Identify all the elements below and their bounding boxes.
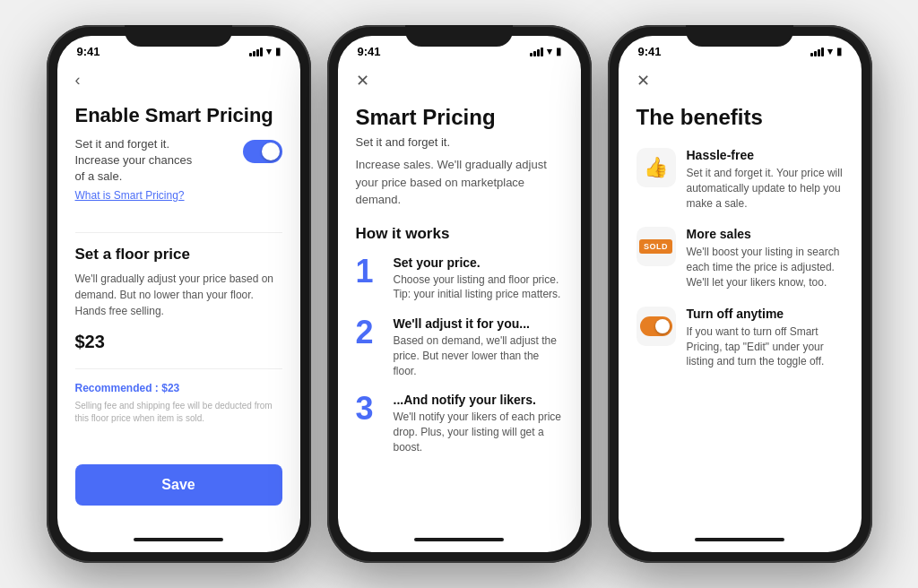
back-button-1[interactable]: ‹ [75, 71, 81, 90]
step-body-3: We'll notify your likers of each price d… [394, 410, 563, 454]
signal-icon-1 [249, 48, 263, 56]
signal-icon-2 [530, 48, 543, 56]
home-bar-3 [695, 538, 784, 541]
home-bar-1 [134, 538, 223, 541]
recommended-text: Recommended : $23 [75, 382, 282, 394]
benefit-body-2: We'll boost your listing in search each … [687, 245, 844, 290]
benefit-title-3: Turn off anytime [687, 307, 844, 321]
battery-icon-2: ▮ [556, 46, 561, 57]
screen-2: 9:41 ▾ ▮ ✕ Smart Pricing Set i [338, 36, 581, 552]
nav-row-1: ‹ [75, 71, 282, 90]
phone-1: 9:41 ▾ ▮ ‹ Enable Smart Pricing [47, 25, 311, 563]
home-bar-area-3 [619, 523, 862, 552]
floor-price-title: Set a floor price [75, 246, 282, 264]
phone-2: 9:41 ▾ ▮ ✕ Smart Pricing Set i [327, 25, 592, 563]
step-title-2: We'll adjust it for you... [394, 316, 563, 331]
step-body-1: Choose your listing and floor price. Tip… [394, 272, 563, 303]
benefit-body-3: If you want to turn off Smart Pricing, t… [687, 324, 844, 369]
floor-price-body: We'll gradually adjust your price based … [75, 271, 282, 319]
toggle-icon-wrap [637, 307, 676, 346]
sold-badge: SOLD [639, 239, 672, 254]
step-3: 3 ...And notify your likers. We'll notif… [356, 393, 563, 454]
save-button[interactable]: Save [75, 464, 282, 506]
nav-row-3: ✕ [637, 71, 844, 91]
phones-container: 9:41 ▾ ▮ ‹ Enable Smart Pricing [47, 25, 872, 563]
p3-title: The benefits [637, 105, 844, 130]
time-1: 9:41 [77, 45, 100, 58]
p2-subtitle: Set it and forget it. [356, 135, 563, 149]
home-bar-area-1 [57, 523, 300, 552]
smart-pricing-link[interactable]: What is Smart Pricing? [75, 189, 198, 202]
divider-1 [75, 232, 282, 233]
home-bar-area-2 [338, 523, 581, 552]
notch-1 [125, 25, 232, 47]
step-2: 2 We'll adjust it for you... Based on de… [356, 316, 563, 378]
benefit-item-3: Turn off anytime If you want to turn off… [637, 307, 844, 369]
time-2: 9:41 [358, 45, 381, 58]
p2-body: Increase sales. We'll gradually adjust y… [356, 156, 563, 209]
step-title-3: ...And notify your likers. [394, 393, 563, 407]
notch-3 [686, 25, 793, 47]
benefit-title-1: Hassle-free [687, 148, 844, 162]
p1-subtitle: Set it and forget it.Increase your chanc… [75, 136, 198, 186]
battery-icon-1: ▮ [275, 46, 281, 57]
toggle-1[interactable] [243, 140, 282, 163]
price-field[interactable]: $23 [75, 332, 282, 352]
home-bar-2 [414, 538, 504, 541]
divider-2 [75, 368, 282, 369]
how-it-works-label: How it works [356, 225, 563, 243]
step-number-1: 1 [356, 255, 383, 288]
benefit-toggle-icon [640, 316, 672, 336]
step-number-3: 3 [356, 393, 383, 425]
notch-2 [405, 25, 513, 47]
p2-title: Smart Pricing [356, 105, 563, 130]
wifi-icon-2: ▾ [547, 46, 552, 57]
sold-icon: SOLD [637, 227, 676, 266]
battery-icon-3: ▮ [836, 46, 842, 57]
screen-content-1: ‹ Enable Smart Pricing Set it and forget… [57, 62, 300, 523]
time-3: 9:41 [638, 45, 662, 58]
phone-3: 9:41 ▾ ▮ ✕ The benefits [608, 25, 872, 563]
screen-content-2: ✕ Smart Pricing Set it and forget it. In… [338, 62, 581, 523]
thumbs-up-icon: 👍 [637, 148, 676, 187]
close-button-2[interactable]: ✕ [356, 71, 369, 91]
benefit-item-1: 👍 Hassle-free Set it and forget it. Your… [637, 148, 844, 211]
step-body-2: Based on demand, we'll adjust the price.… [394, 333, 563, 378]
fee-note: Selling fee and shipping fee will be ded… [75, 400, 282, 425]
benefit-body-1: Set it and forget it. Your price will au… [687, 166, 844, 211]
step-number-2: 2 [356, 316, 383, 349]
step-1: 1 Set your price. Choose your listing an… [356, 255, 563, 303]
screen-1: 9:41 ▾ ▮ ‹ Enable Smart Pricing [57, 36, 300, 552]
wifi-icon-3: ▾ [827, 46, 833, 57]
screen-content-3: ✕ The benefits 👍 Hassle-free Set it and … [619, 62, 862, 523]
subtitle-toggle-row: Set it and forget it.Increase your chanc… [75, 136, 282, 220]
screen-3: 9:41 ▾ ▮ ✕ The benefits [619, 36, 862, 552]
benefit-title-2: More sales [687, 227, 844, 241]
status-icons-3: ▾ ▮ [810, 46, 842, 57]
close-button-3[interactable]: ✕ [637, 71, 650, 91]
wifi-icon-1: ▾ [266, 46, 272, 57]
signal-icon-3 [810, 48, 824, 56]
nav-row-2: ✕ [356, 71, 563, 91]
step-title-1: Set your price. [394, 255, 563, 270]
p1-title: Enable Smart Pricing [75, 104, 282, 127]
status-icons-2: ▾ ▮ [530, 46, 561, 57]
benefit-item-2: SOLD More sales We'll boost your listing… [637, 227, 844, 290]
status-icons-1: ▾ ▮ [249, 46, 281, 57]
